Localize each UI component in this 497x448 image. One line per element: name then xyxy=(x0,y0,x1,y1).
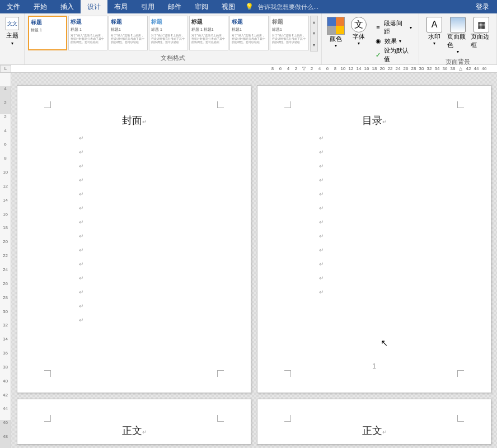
tab-view[interactable]: 视图 xyxy=(215,0,242,13)
menubar: 文件 开始 插入 设计 布局 引用 邮件 审阅 视图 💡 告诉我您想要做什么..… xyxy=(0,0,497,13)
style-item[interactable]: 标题 标题 1 对于"插入"选项卡上的库，在设计时都充分考虑了其中的协调性。您可… xyxy=(149,16,188,50)
paragraph-mark-icon: ↵ xyxy=(79,205,217,211)
style-item[interactable]: 标题 标题1 对于"插入"选项卡上的库，在设计时都充分考虑了其中的协调性。您可以… xyxy=(270,16,309,50)
paragraph-mark-icon: ↵ xyxy=(319,275,457,281)
page-title: 正文↵ xyxy=(51,424,217,437)
chevron-down-icon: ▾ xyxy=(358,41,360,46)
watermark-icon: A xyxy=(426,17,442,32)
ribbon: 文文 主题 ▾ 标题 标题 1 标题 标题 1 对于"插入"选项卡上的库，在设计… xyxy=(0,13,497,65)
effects-icon: ◉ xyxy=(374,38,382,45)
style-item[interactable]: 标题 标题 1 对于"插入"选项卡上的库，在设计时都充分考虑了其中的协调性。您可… xyxy=(68,16,107,50)
paragraph-spacing-button[interactable]: ≡ 段落间距 ▾ xyxy=(374,19,412,36)
tab-home[interactable]: 开始 xyxy=(27,0,54,13)
paragraph-mark-icon: ↵ xyxy=(79,317,217,323)
gallery-expand-icon[interactable]: ▾ xyxy=(311,43,317,48)
crop-mark-icon xyxy=(457,370,464,377)
crop-mark-icon xyxy=(217,101,224,108)
cursor-arrow-icon: ↖ xyxy=(381,338,388,348)
check-icon: ✓ xyxy=(374,51,382,59)
page-color-button[interactable]: 页面颜色 ▾ xyxy=(447,17,468,54)
style-item[interactable]: 标题 标题1 对于"插入"选项卡上的库，在设计时都充分考虑了其中的协调性。您可以… xyxy=(109,16,148,50)
page-title: 目录↵ xyxy=(291,114,457,127)
tab-insert[interactable]: 插入 xyxy=(54,0,81,13)
colors-button[interactable]: 颜色 ▾ xyxy=(326,17,346,48)
effects-button[interactable]: ◉ 效果 ▾ xyxy=(374,37,412,45)
page-number: 1 xyxy=(372,362,376,370)
paragraph-mark-icon: ↵ xyxy=(79,219,217,225)
paragraph-mark-icon: ↵ xyxy=(79,261,217,267)
tab-layout[interactable]: 布局 xyxy=(107,0,134,13)
lightbulb-icon: 💡 xyxy=(245,3,254,11)
page[interactable]: 正文↵ xyxy=(17,399,251,445)
paragraph-mark-icon: ↵ xyxy=(319,163,457,169)
paragraph-mark-icon: ↵ xyxy=(79,163,217,169)
paragraph-mark-icon: ↵ xyxy=(79,247,217,253)
style-item[interactable]: 标题 标题1 对于"插入"选项卡上的库，在设计时都充分考虑了其中的协调性。您可以… xyxy=(229,16,269,50)
paragraph-mark-icon: ↵ xyxy=(319,289,457,295)
ruler-corner[interactable]: L xyxy=(0,65,11,73)
paragraph-mark-icon: ↵ xyxy=(319,149,457,155)
paragraph-mark-icon: ↵ xyxy=(319,247,457,253)
page-border-button[interactable]: ▦ 页面边框 xyxy=(471,17,492,54)
paragraph-spacing-icon: ≡ xyxy=(374,24,382,31)
paragraph-mark-icon: ↵ xyxy=(79,135,217,141)
paragraph-mark-icon: ↵ xyxy=(319,205,457,211)
paragraph-mark-icon: ↵ xyxy=(79,303,217,309)
fonts-button[interactable]: 文 字体 ▾ xyxy=(349,17,369,46)
style-item[interactable]: 标题 标题 1 标题1 对于"插入"选项卡上的库，在设计时都充分考虑了其中的协调… xyxy=(189,16,228,50)
tab-review[interactable]: 审阅 xyxy=(188,0,215,13)
tab-mailings[interactable]: 邮件 xyxy=(161,0,188,13)
paragraph-mark-icon: ↵ xyxy=(319,135,457,141)
fonts-icon: 文 xyxy=(351,17,367,32)
scroll-up-icon[interactable]: ▴ xyxy=(311,20,317,25)
style-item[interactable]: 标题 标题 1 xyxy=(28,16,67,50)
color-swatch-icon xyxy=(327,17,345,35)
gallery-scroll[interactable]: ▴ ▾ ▾ xyxy=(310,16,318,52)
crop-mark-icon xyxy=(284,415,291,422)
indent-marker-icon[interactable]: ▽ xyxy=(300,66,308,71)
style-gallery: 标题 标题 1 标题 标题 1 对于"插入"选项卡上的库，在设计时都充分考虑了其… xyxy=(27,15,319,53)
paragraph-mark-icon: ↵ xyxy=(79,191,217,197)
watermark-button[interactable]: A 水印 ▾ xyxy=(424,17,445,54)
page[interactable]: 正文↵ xyxy=(257,399,491,445)
crop-mark-icon xyxy=(457,415,464,422)
paragraph-mark-icon: ↵ xyxy=(319,219,457,225)
chevron-down-icon: ▾ xyxy=(410,25,412,30)
page[interactable]: 封面↵ ↵ ↵ ↵ ↵ ↵ ↵ ↵ ↵ ↵ ↵ ↵ ↵ ↵ ↵ xyxy=(17,85,251,393)
tab-design[interactable]: 设计 xyxy=(81,0,107,13)
crop-mark-icon xyxy=(457,101,464,108)
document-area[interactable]: 封面↵ ↵ ↵ ↵ ↵ ↵ ↵ ↵ ↵ ↵ ↵ ↵ ↵ ↵ ↵ 目录↵ ↵ ↵ … xyxy=(11,73,497,448)
login-button[interactable]: 登录 xyxy=(468,2,497,12)
paragraph-mark-icon: ↵ xyxy=(79,289,217,295)
tab-references[interactable]: 引用 xyxy=(134,0,161,13)
horizontal-ruler[interactable]: 8 6 4 2 ▽ 2 4 6 8 10 12 14 16 18 20 22 2… xyxy=(11,65,497,73)
tell-me-input[interactable]: 告诉我您想要做什么... xyxy=(258,3,318,11)
crop-mark-icon xyxy=(284,101,291,108)
crop-mark-icon xyxy=(44,370,51,377)
page[interactable]: 目录↵ ↵ ↵ ↵ ↵ ↵ ↵ ↵ ↵ ↵ ↵ ↵ ↵ 1 ↖ xyxy=(257,85,491,393)
page-title: 封面↵ xyxy=(51,114,217,127)
crop-mark-icon xyxy=(44,415,51,422)
crop-mark-icon xyxy=(217,370,224,377)
page-title: 正文↵ xyxy=(291,424,457,437)
paragraph-mark-icon: ↵ xyxy=(79,149,217,155)
paragraph-mark-icon: ↵ xyxy=(79,177,217,183)
page-color-icon xyxy=(450,17,466,32)
chevron-down-icon: ▾ xyxy=(11,41,13,46)
vertical-ruler[interactable]: 4 2 2 4 6 8 10 12 14 16 18 20 22 24 26 2… xyxy=(0,73,11,448)
chevron-down-icon: ▾ xyxy=(433,41,435,46)
doc-format-label: 文档格式 xyxy=(27,53,319,63)
crop-mark-icon xyxy=(217,415,224,422)
themes-button[interactable]: 文文 主题 ▾ xyxy=(2,15,22,48)
themes-icon: 文文 xyxy=(6,17,19,30)
tab-file[interactable]: 文件 xyxy=(0,0,27,13)
paragraph-mark-icon: ↵ xyxy=(79,233,217,239)
paragraph-mark-icon: ↵ xyxy=(319,261,457,267)
set-default-button[interactable]: ✓ 设为默认值 xyxy=(374,46,412,63)
chevron-down-icon: ▾ xyxy=(399,39,401,44)
scroll-down-icon[interactable]: ▾ xyxy=(311,31,317,36)
crop-mark-icon xyxy=(284,370,291,377)
paragraph-mark-icon: ↵ xyxy=(319,177,457,183)
right-indent-icon[interactable]: △ xyxy=(457,66,465,71)
chevron-down-icon: ▾ xyxy=(335,43,337,48)
